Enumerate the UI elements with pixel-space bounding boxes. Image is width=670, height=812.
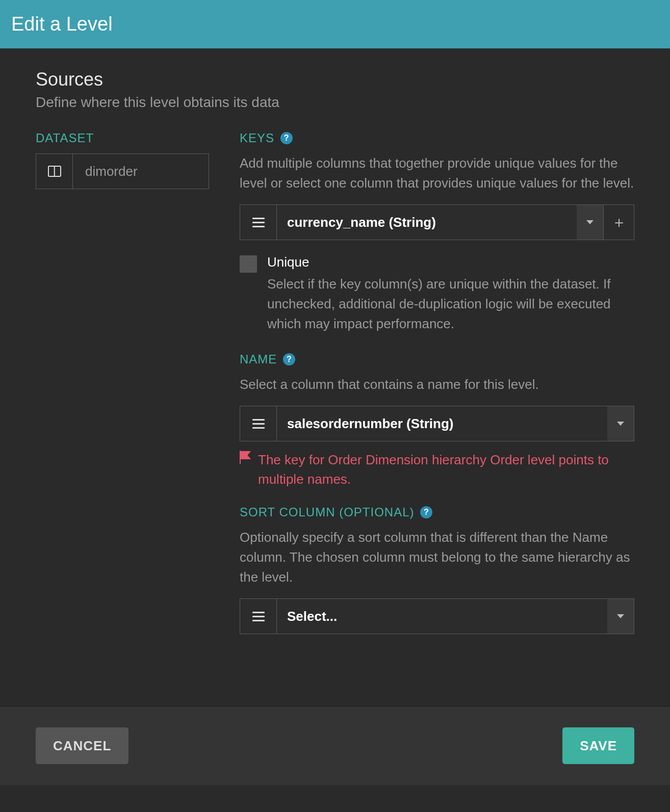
plus-icon: ＋ (611, 215, 627, 230)
sort-select-placeholder: Select... (277, 599, 607, 634)
modal-title: Edit a Level (11, 13, 113, 35)
modal-body: Sources Define where this level obtains … (0, 48, 670, 706)
help-icon[interactable]: ? (420, 506, 432, 518)
modal-header: Edit a Level (0, 0, 670, 48)
name-label: NAME ? (240, 352, 634, 366)
name-group: NAME ? Select a column that contains a n… (240, 352, 634, 489)
name-error-text: The key for Order Dimension hierarchy Or… (258, 451, 634, 489)
save-button[interactable]: SAVE (562, 727, 634, 764)
section-title: Sources (36, 69, 634, 90)
section-subtitle: Define where this level obtains its data (36, 94, 634, 111)
name-desc: Select a column that contains a name for… (240, 375, 634, 395)
chevron-down-icon[interactable] (577, 205, 603, 240)
name-select[interactable]: salesordernumber (String) (240, 406, 634, 441)
right-column: KEYS ? Add multiple columns that togethe… (240, 131, 634, 639)
keys-label-text: KEYS (240, 131, 274, 145)
dataset-value: dimorder (73, 154, 209, 189)
left-column: DATASET dimorder (36, 131, 209, 639)
edit-level-modal: Edit a Level Sources Define where this l… (0, 0, 670, 785)
dataset-label-text: DATASET (36, 131, 94, 145)
dataset-field[interactable]: dimorder (36, 153, 209, 189)
unique-row: Unique Select if the key column(s) are u… (240, 254, 634, 334)
add-key-button[interactable]: ＋ (603, 205, 634, 240)
keys-desc: Add multiple columns that together provi… (240, 153, 634, 193)
sort-desc: Optionally specify a sort column that is… (240, 528, 634, 587)
name-select-value: salesordernumber (String) (277, 406, 607, 441)
drag-handle-icon[interactable] (240, 205, 277, 240)
dataset-label: DATASET (36, 131, 209, 145)
keys-select[interactable]: currency_name (String) ＋ (240, 204, 634, 240)
keys-select-value: currency_name (String) (277, 205, 577, 240)
help-icon[interactable]: ? (283, 353, 295, 365)
sort-group: SORT COLUMN (OPTIONAL) ? Optionally spec… (240, 505, 634, 634)
chevron-down-icon[interactable] (607, 599, 634, 634)
drag-handle-icon[interactable] (240, 599, 277, 634)
name-error: The key for Order Dimension hierarchy Or… (240, 451, 634, 489)
cancel-button[interactable]: CANCEL (36, 727, 128, 764)
flag-icon (240, 451, 251, 489)
keys-label: KEYS ? (240, 131, 634, 145)
keys-group: KEYS ? Add multiple columns that togethe… (240, 131, 634, 334)
table-icon (36, 154, 73, 189)
unique-checkbox[interactable] (240, 255, 257, 273)
sort-select[interactable]: Select... (240, 598, 634, 634)
drag-handle-icon[interactable] (240, 406, 277, 441)
name-label-text: NAME (240, 352, 277, 366)
sort-label-text: SORT COLUMN (OPTIONAL) (240, 505, 414, 519)
sort-label: SORT COLUMN (OPTIONAL) ? (240, 505, 634, 519)
unique-title: Unique (267, 254, 634, 270)
chevron-down-icon[interactable] (607, 406, 634, 441)
help-icon[interactable]: ? (280, 132, 293, 144)
modal-footer: CANCEL SAVE (0, 706, 670, 785)
unique-desc: Select if the key column(s) are unique w… (267, 274, 634, 334)
